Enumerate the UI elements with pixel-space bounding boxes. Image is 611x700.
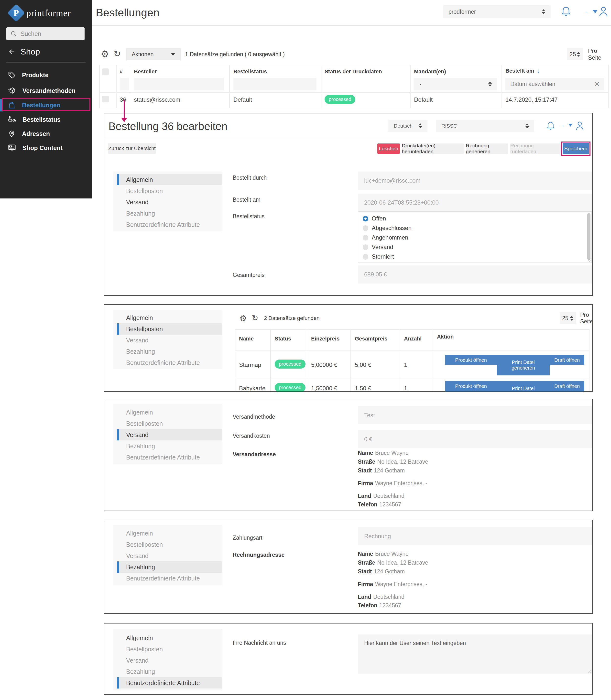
back-arrow-icon[interactable]: [8, 48, 16, 56]
select-all-checkbox[interactable]: [102, 69, 109, 75]
open-draft-button[interactable]: Draft öffnen: [550, 381, 584, 391]
col-header-besteller[interactable]: Besteller: [134, 69, 157, 75]
notifications-bell-icon[interactable]: [560, 5, 572, 18]
status-option-offen[interactable]: Offen: [363, 215, 386, 222]
user-menu-dash[interactable]: -: [562, 122, 564, 129]
tab-allgemein[interactable]: Allgemein: [117, 312, 222, 323]
actions-dropdown[interactable]: Aktionen: [126, 48, 181, 60]
radio-icon[interactable]: [363, 235, 368, 240]
notifications-bell-icon[interactable]: [546, 120, 556, 132]
table-refresh-icon[interactable]: ↻: [114, 49, 121, 58]
id-filter-input[interactable]: [120, 78, 129, 90]
scrollbar-thumb[interactable]: [587, 213, 591, 260]
col-header-bestellstatus[interactable]: Bestellstatus: [234, 69, 267, 75]
page-size-select[interactable]: 25: [567, 48, 583, 60]
items-settings-gear-icon[interactable]: ⚙: [239, 314, 247, 322]
language-select[interactable]: Deutsch: [388, 120, 428, 132]
tab-bezahlung[interactable]: Bezahlung: [117, 562, 222, 573]
status-option-versand[interactable]: Versand: [363, 244, 393, 251]
tab-versand[interactable]: Versand: [117, 655, 222, 666]
shipping-method-value[interactable]: Test: [358, 406, 592, 424]
search-input[interactable]: [20, 30, 77, 38]
tab-allgemein[interactable]: Allgemein: [117, 528, 222, 539]
download-invoice-button[interactable]: Rechnung runterladen: [510, 144, 561, 154]
sidebar-item-versandmethoden[interactable]: Versandmethoden: [0, 84, 92, 98]
clear-date-icon[interactable]: ✕: [594, 80, 600, 88]
generate-invoice-button[interactable]: Rechnung generieren: [466, 144, 508, 154]
items-col-qty[interactable]: Anzahl: [404, 336, 421, 342]
shipping-cost-value[interactable]: 0 €: [358, 430, 592, 448]
tab-allgemein[interactable]: Allgemein: [117, 632, 222, 643]
radio-icon[interactable]: [363, 225, 368, 231]
tab-allgemein[interactable]: Allgemein: [117, 407, 222, 418]
tab-versand[interactable]: Versand: [117, 334, 222, 346]
tab-benutzerdefinierte-attribute[interactable]: Benutzerdefinierte Attribute: [117, 452, 222, 463]
items-col-status[interactable]: Status: [275, 336, 291, 342]
tab-allgemein[interactable]: Allgemein: [117, 174, 222, 185]
resize-handle-icon[interactable]: [587, 669, 591, 673]
user-avatar-icon[interactable]: [574, 120, 585, 132]
generate-print-file-button[interactable]: Print Datei generieren: [497, 355, 550, 375]
delete-button[interactable]: Löschen: [377, 144, 400, 154]
tab-versand[interactable]: Versand: [117, 196, 222, 208]
user-menu-caret-icon[interactable]: [593, 10, 598, 13]
tab-bezahlung[interactable]: Bezahlung: [117, 666, 222, 677]
tab-benutzerdefinierte-attribute[interactable]: Benutzerdefinierte Attribute: [117, 219, 222, 230]
tab-bezahlung[interactable]: Bezahlung: [117, 208, 222, 219]
date-filter[interactable]: ✕: [505, 78, 605, 90]
open-product-button[interactable]: Produkt öffnen: [445, 381, 497, 391]
user-message-textarea[interactable]: [358, 635, 592, 674]
download-print-files-button[interactable]: Druckdatei(en) herunterladen: [402, 144, 464, 154]
radio-icon[interactable]: [363, 254, 368, 259]
sidebar-section-header[interactable]: Shop: [8, 47, 40, 57]
open-product-button[interactable]: Produkt öffnen: [445, 355, 497, 365]
user-menu-dash[interactable]: -: [585, 8, 587, 15]
ordered-at-value[interactable]: 2020-06-24T08:55:23+00:00: [358, 194, 592, 212]
radio-icon[interactable]: [363, 244, 368, 250]
radio-selected-icon[interactable]: [363, 216, 368, 221]
col-header-druckdaten[interactable]: Status der Druckdaten: [325, 69, 382, 75]
tenant-select[interactable]: prodformer: [443, 5, 551, 18]
items-col-name[interactable]: Name: [239, 336, 254, 342]
mandant-filter-select[interactable]: -: [414, 78, 497, 90]
bestellstatus-filter-input[interactable]: [234, 78, 316, 90]
resize-handle-icon[interactable]: [587, 258, 591, 262]
client-select[interactable]: RISSC: [436, 120, 534, 132]
generate-print-file-button[interactable]: Print Datei generieren: [497, 381, 550, 392]
tab-bestellposten[interactable]: Bestellposten: [117, 643, 222, 655]
tab-bezahlung[interactable]: Bezahlung: [117, 441, 222, 452]
items-col-total[interactable]: Gesamtpreis: [355, 336, 387, 342]
user-avatar-icon[interactable]: [597, 5, 610, 18]
status-option-angenommen[interactable]: Angenommen: [363, 234, 408, 241]
open-draft-button[interactable]: Draft öffnen: [550, 355, 584, 365]
sidebar-item-bestellstatus[interactable]: Bestellstatus: [0, 113, 92, 126]
table-settings-gear-icon[interactable]: ⚙: [101, 49, 109, 59]
total-price-value[interactable]: 689.05 €: [358, 265, 592, 284]
tab-bezahlung[interactable]: Bezahlung: [117, 346, 222, 357]
tab-versand[interactable]: Versand: [117, 429, 222, 441]
tab-benutzerdefinierte-attribute[interactable]: Benutzerdefinierte Attribute: [117, 677, 222, 688]
sort-desc-icon[interactable]: ↓: [536, 67, 540, 75]
besteller-filter-input[interactable]: [134, 78, 224, 90]
tab-versand[interactable]: Versand: [117, 550, 222, 562]
tab-bestellposten[interactable]: Bestellposten: [117, 185, 222, 196]
sidebar-item-adressen[interactable]: Adressen: [0, 126, 92, 141]
row-checkbox[interactable]: [102, 96, 109, 102]
sidebar-search[interactable]: [6, 27, 85, 40]
tab-benutzerdefinierte-attribute[interactable]: Benutzerdefinierte Attribute: [117, 573, 222, 584]
col-header-bestellt-am[interactable]: Bestellt am ↓: [505, 67, 540, 75]
items-page-size-select[interactable]: 25: [560, 312, 576, 324]
date-filter-input[interactable]: [510, 81, 584, 88]
col-header-mandant[interactable]: Mandant(en): [414, 69, 446, 75]
tab-benutzerdefinierte-attribute[interactable]: Benutzerdefinierte Attribute: [117, 357, 222, 368]
payment-type-value[interactable]: Rechnung: [358, 527, 592, 545]
items-col-unit-price[interactable]: Einzelpreis: [311, 336, 340, 342]
back-to-overview-button[interactable]: Zurück zur Übersicht: [108, 143, 156, 154]
logo[interactable]: P printformer: [10, 4, 83, 21]
tab-bestellposten[interactable]: Bestellposten: [117, 418, 222, 429]
tab-bestellposten[interactable]: Bestellposten: [117, 539, 222, 550]
status-option-storniert[interactable]: Storniert: [363, 253, 394, 260]
user-menu-caret-icon[interactable]: [568, 124, 572, 126]
items-col-action[interactable]: Aktion: [437, 333, 453, 340]
items-refresh-icon[interactable]: ↻: [252, 314, 258, 322]
